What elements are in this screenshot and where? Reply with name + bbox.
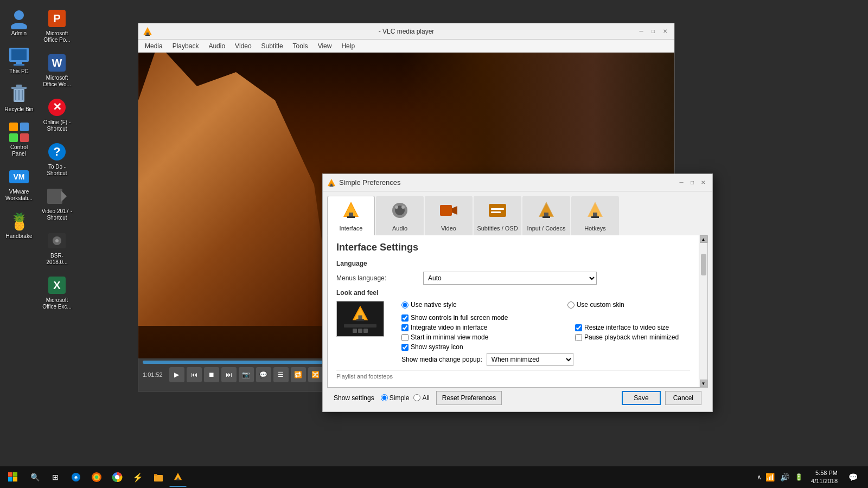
scrollbar-thumb[interactable] xyxy=(701,254,706,275)
vlc-menu-subtitle[interactable]: Subtitle xyxy=(257,41,288,51)
vlc-minimize-button[interactable]: ─ xyxy=(636,27,646,36)
desktop-icon-bsr[interactable]: BSR-2018.0... xyxy=(39,228,75,268)
vlc-loop-button[interactable]: 🔁 xyxy=(291,367,306,382)
custom-skin-radio[interactable] xyxy=(567,301,575,309)
vlc-menu-media[interactable]: Media xyxy=(141,41,167,51)
show-controls-item[interactable]: Show controls in full screen mode xyxy=(401,314,532,322)
vlc-snapshot-button[interactable]: 📷 xyxy=(239,367,254,382)
desktop-icon-vmware[interactable]: VM VMware Workstati... xyxy=(1,164,37,204)
scrollbar-down-button[interactable]: ▼ xyxy=(700,380,707,387)
desktop-icon-this-pc[interactable]: This PC xyxy=(1,43,37,77)
taskbar-dart-button[interactable]: ⚡ xyxy=(128,467,148,487)
integrate-video-item[interactable]: Integrate video in interface xyxy=(401,324,532,331)
svg-rect-55 xyxy=(542,216,550,218)
taskbar-firefox-button[interactable] xyxy=(87,467,106,487)
desktop-icon-control-panel-label: Control Panel xyxy=(3,144,35,157)
pause-playback-checkbox[interactable] xyxy=(575,334,582,341)
tab-subtitles-osd[interactable]: Subtitles / OSD xyxy=(474,196,521,235)
use-custom-skin-option[interactable]: Use custom skin xyxy=(567,301,624,309)
show-systray-checkbox[interactable] xyxy=(401,344,409,351)
desktop-icon-ms-wo[interactable]: W Microsoft Office Wo... xyxy=(39,50,75,90)
taskbar-show-hidden-icons[interactable]: ∧ xyxy=(757,473,762,481)
vlc-playlist-button[interactable]: ☰ xyxy=(273,367,289,382)
battery-icon[interactable]: 🔋 xyxy=(793,473,805,481)
desktop-icon-admin[interactable]: Admin xyxy=(1,5,37,39)
tab-hotkeys[interactable]: Hotkeys xyxy=(571,196,619,235)
resize-interface-checkbox[interactable] xyxy=(575,324,582,331)
tab-interface[interactable]: Interface xyxy=(327,196,375,235)
desktop-icon-ms-po[interactable]: P Microsoft Office Po... xyxy=(39,5,75,46)
preferences-tabs: Interface Audio xyxy=(323,191,712,235)
media-popup-select[interactable]: When minimized Always Never xyxy=(487,353,573,366)
show-systray-item[interactable]: Show systray icon xyxy=(401,343,532,351)
svg-rect-49 xyxy=(489,204,506,217)
vlc-menu-audio[interactable]: Audio xyxy=(204,41,229,51)
integrate-video-checkbox[interactable] xyxy=(401,324,409,331)
desktop-icon-control-panel[interactable]: Control Panel xyxy=(1,119,37,159)
vlc-menu-tools[interactable]: Tools xyxy=(289,41,312,51)
preferences-minimize-button[interactable]: ─ xyxy=(676,178,686,188)
start-button[interactable] xyxy=(2,467,24,487)
vlc-next-button[interactable]: ⏭ xyxy=(221,367,237,382)
start-minimal-item[interactable]: Start in minimal view mode xyxy=(401,333,532,341)
vlc-subtitle-button[interactable]: 💬 xyxy=(256,367,271,382)
input-codecs-tab-label: Input / Codecs xyxy=(527,225,566,232)
taskbar-search-button[interactable]: 🔍 xyxy=(25,467,44,487)
save-button[interactable]: Save xyxy=(622,391,660,405)
vlc-stop-button[interactable]: ⏹ xyxy=(204,367,219,382)
taskbar-chrome-button[interactable] xyxy=(107,467,127,487)
tab-audio[interactable]: Audio xyxy=(376,196,424,235)
desktop-icon-todo-shortcut[interactable]: ? To Do - Shortcut xyxy=(39,139,75,179)
scrollbar-up-button[interactable]: ▲ xyxy=(700,235,707,243)
resize-interface-item[interactable]: Resize interface to video size xyxy=(575,324,669,331)
vlc-time-display: 1:01:52 xyxy=(143,371,163,378)
vlc-menu-video[interactable]: Video xyxy=(231,41,256,51)
simple-settings-radio[interactable] xyxy=(381,394,388,401)
vlc-menu-view[interactable]: View xyxy=(314,41,336,51)
tab-input-codecs[interactable]: Input / Codecs xyxy=(522,196,570,235)
all-settings-radio[interactable] xyxy=(413,394,420,401)
taskbar-vlc-app[interactable] xyxy=(169,467,187,487)
desktop-icon-online-shortcut[interactable]: ✕ Online (F) - Shortcut xyxy=(39,94,75,134)
cancel-button[interactable]: Cancel xyxy=(665,391,701,405)
desktop-icon-recycle-bin[interactable]: Recycle Bin xyxy=(1,81,37,115)
simple-radio-option[interactable]: Simple xyxy=(381,394,410,402)
vlc-prev-button[interactable]: ⏮ xyxy=(187,367,202,382)
subtitles-tab-icon xyxy=(488,201,507,223)
taskbar-notification-button[interactable]: 💬 xyxy=(844,467,861,487)
svg-rect-38 xyxy=(329,185,333,187)
taskbar-clock[interactable]: 5:58 PM 4/11/2018 xyxy=(807,469,842,486)
taskbar-task-view-button[interactable]: ⊞ xyxy=(46,467,65,487)
vlc-menu-playback[interactable]: Playback xyxy=(168,41,203,51)
vlc-maximize-button[interactable]: □ xyxy=(648,27,658,36)
desktop-icon-video-2017[interactable]: Video 2017 - Shortcut xyxy=(39,183,75,223)
taskbar-edge-button[interactable]: e xyxy=(66,467,86,487)
show-controls-checkbox[interactable] xyxy=(401,314,409,322)
desktop-icons-col2: P Microsoft Office Po... W Microsoft Off… xyxy=(38,0,76,312)
preferences-close-button[interactable]: ✕ xyxy=(698,178,708,188)
integrate-video-label: Integrate video in interface xyxy=(411,324,487,331)
vlc-close-button[interactable]: ✕ xyxy=(660,27,670,36)
preferences-scrollbar[interactable]: ▲ ▼ xyxy=(699,235,707,387)
menus-language-select[interactable]: Auto English French xyxy=(423,272,597,285)
use-native-style-option[interactable]: Use native style xyxy=(401,301,457,309)
reset-preferences-button[interactable]: Reset Preferences xyxy=(436,391,502,405)
preferences-dialog: Simple Preferences ─ □ ✕ Interfa xyxy=(322,174,713,412)
vlc-menu-help[interactable]: Help xyxy=(337,41,359,51)
taskbar-date-display: 4/11/2018 xyxy=(811,477,838,485)
vlc-random-button[interactable]: 🔀 xyxy=(308,367,323,382)
tab-video[interactable]: Video xyxy=(425,196,473,235)
native-style-radio[interactable] xyxy=(401,301,409,309)
start-minimal-checkbox[interactable] xyxy=(401,334,409,341)
all-radio-option[interactable]: All xyxy=(413,394,429,402)
desktop-icon-ms-exc[interactable]: X Microsoft Office Exc... xyxy=(39,272,75,312)
pause-playback-item[interactable]: Pause playback when minimized xyxy=(575,333,679,341)
desktop-icon-handbrake[interactable]: 🍍 Handbrake xyxy=(1,208,37,242)
svg-rect-3 xyxy=(11,49,27,60)
network-icon[interactable]: 📶 xyxy=(764,473,776,481)
svg-rect-5 xyxy=(14,64,24,66)
preferences-maximize-button[interactable]: □ xyxy=(687,178,697,188)
taskbar-explorer-button[interactable] xyxy=(149,467,168,487)
volume-icon[interactable]: 🔊 xyxy=(778,473,791,481)
vlc-play-button[interactable]: ▶ xyxy=(169,367,184,382)
